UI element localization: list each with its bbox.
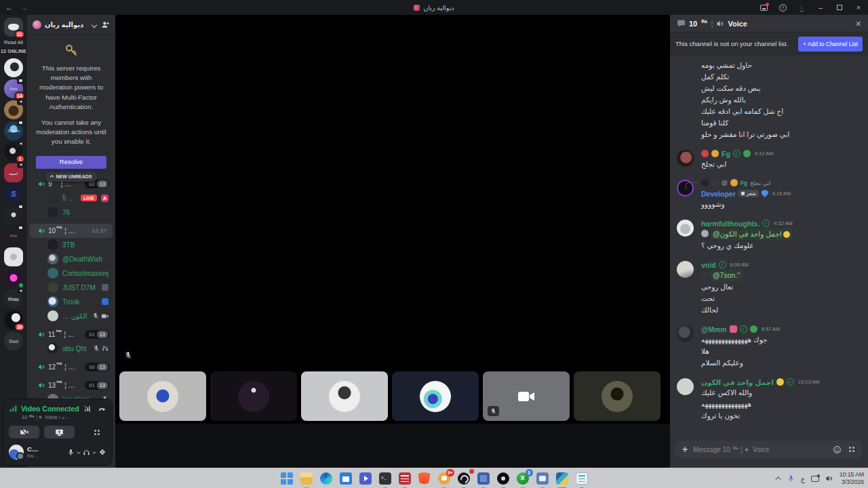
inbox-button[interactable]	[754, 0, 773, 15]
language-indicator[interactable]: ع	[801, 475, 805, 483]
reply-reference[interactable]: @ Fg ابي تجلخ	[701, 178, 863, 187]
taskbar-clock[interactable]: 10:15 AM 3/3/2026	[840, 471, 864, 486]
server-icon-moon[interactable]: 20	[4, 310, 23, 329]
server-icon-neon[interactable]	[4, 268, 23, 287]
start-button[interactable]	[279, 470, 295, 487]
taskbar-brave[interactable]	[416, 470, 433, 487]
add-to-channel-list-button[interactable]: + Add to Channel List	[798, 37, 863, 52]
taskbar-obs[interactable]	[456, 470, 472, 487]
server-icon-bird[interactable]: 1	[4, 142, 23, 161]
voice-channel-label[interactable]: 10Ra ¦ Voice / د…	[22, 414, 106, 420]
server-icon-unn[interactable]: Unn14	[4, 79, 23, 98]
user-mention[interactable]: @7son.''	[711, 270, 742, 281]
participant-tile[interactable]	[301, 371, 388, 421]
username[interactable]: اجمل واحد في الكون	[701, 378, 774, 386]
message-input[interactable]: + Message 10Ra ¦ Voice	[675, 441, 863, 458]
resolve-button[interactable]: Resolve	[36, 156, 106, 169]
tray-overflow-chevron[interactable]	[775, 476, 781, 482]
chevron-down-icon[interactable]	[92, 450, 96, 454]
participant-tile-camera[interactable]	[483, 371, 570, 421]
update-download-button[interactable]: ↓	[792, 0, 811, 15]
taskbar-blue-app[interactable]	[475, 470, 492, 487]
avatar[interactable]	[677, 378, 694, 395]
avatar[interactable]	[677, 325, 694, 342]
settings-gear-icon[interactable]	[98, 448, 106, 456]
taskbar-file-explorer[interactable]	[298, 470, 315, 487]
server-header[interactable]: ديوالية ريان	[27, 15, 115, 35]
close-chat-icon[interactable]: ×	[856, 18, 861, 29]
voice-channel-10-selected[interactable]: 10Ra ¦ … 12:27	[30, 224, 113, 238]
taskbar-photos[interactable]	[554, 470, 570, 487]
help-button[interactable]: ?	[773, 0, 792, 15]
headphones-icon[interactable]	[83, 449, 90, 456]
server-icon-calligraphy[interactable]	[4, 205, 23, 224]
attach-plus-icon[interactable]: +	[682, 444, 688, 455]
username[interactable]: void	[701, 261, 716, 269]
username[interactable]: Fg	[722, 150, 730, 158]
voice-member[interactable]: 76	[27, 205, 115, 220]
network-display-icon[interactable]	[811, 476, 819, 482]
chevron-down-icon[interactable]	[77, 450, 81, 454]
server-icon-s-logo[interactable]: S	[4, 184, 23, 203]
username[interactable]: harmfulthoughts.	[701, 220, 760, 228]
user-info[interactable]: C… Inv…	[27, 446, 64, 458]
taskbar-chat-app[interactable]: 9+	[436, 470, 452, 487]
server-icon-soul[interactable]: Soul	[4, 331, 23, 350]
server-icon-ocean[interactable]: Ocean	[4, 121, 23, 140]
avatar[interactable]	[677, 261, 694, 278]
taskbar-notes[interactable]	[574, 470, 590, 487]
voice-member[interactable]: 5 … LIVE A	[27, 191, 115, 205]
home-button[interactable]: 21	[4, 18, 23, 37]
server-icon-horse[interactable]	[4, 100, 23, 119]
voice-member[interactable]: Trook	[27, 295, 115, 309]
participant-tile[interactable]	[392, 371, 479, 421]
new-unreads-pill[interactable]: NEW UNREADS	[45, 172, 98, 182]
user-avatar[interactable]	[9, 445, 24, 460]
volume-icon[interactable]	[825, 474, 833, 483]
voice-channel-13[interactable]: 13Ra ¦ … 0113	[30, 378, 113, 392]
avatar[interactable]	[677, 220, 694, 237]
read-all-button[interactable]: Read All	[4, 39, 23, 45]
taskbar-xbox[interactable]: 3	[515, 470, 531, 487]
taskbar-media-app[interactable]	[357, 470, 374, 487]
taskbar-voicemeeter[interactable]	[397, 470, 413, 487]
server-icon-white[interactable]	[4, 247, 23, 266]
mic-icon[interactable]	[67, 449, 75, 456]
username[interactable]: @Mmm	[701, 325, 727, 333]
participant-tile[interactable]	[210, 371, 297, 421]
participant-tile[interactable]	[574, 371, 660, 421]
username[interactable]: Developer	[701, 190, 736, 198]
server-icon-reay[interactable]: Reay	[4, 289, 23, 308]
voice-connection-status[interactable]: Video Connected	[21, 405, 80, 413]
disconnect-call-icon[interactable]	[98, 404, 106, 413]
screen-share-button[interactable]	[44, 426, 75, 439]
taskbar-dark-app[interactable]	[495, 470, 511, 487]
noise-suppression-off-icon[interactable]	[83, 405, 92, 413]
apps-grid-icon[interactable]	[848, 445, 856, 453]
taskbar-terminal[interactable]	[377, 470, 393, 487]
voice-member[interactable]: JUST D7M .	[27, 281, 115, 295]
message-list[interactable]: حاول تمشي بومه تكلم كمل بنص دقه سكت ليش …	[670, 56, 868, 468]
taskbar-store[interactable]	[338, 470, 354, 487]
taskbar-edge[interactable]	[318, 470, 334, 487]
voice-stage[interactable]	[115, 15, 670, 468]
user-mention[interactable]: @اجمل واحد في الكون	[711, 228, 792, 240]
emoji-picker-icon[interactable]	[833, 445, 842, 454]
invite-people-icon[interactable]	[101, 20, 110, 29]
close-button[interactable]: ×	[849, 0, 868, 15]
avatar[interactable]	[677, 150, 694, 167]
voice-member[interactable]: … في الكون	[27, 309, 115, 323]
voice-channel-12[interactable]: 12Ra ¦ … 0013	[30, 360, 113, 374]
participant-tile[interactable]	[119, 371, 206, 421]
minimize-button[interactable]: –	[811, 0, 830, 15]
voice-member[interactable]: @DeathWish	[27, 252, 115, 266]
voice-member[interactable]: Cortisolmaxxing	[27, 266, 115, 281]
tray-mic-icon[interactable]	[787, 474, 795, 483]
voice-member[interactable]: 3TB	[27, 238, 115, 252]
taskbar-remote-app[interactable]	[534, 470, 551, 487]
server-icon-sbya[interactable]: سبيه!	[4, 163, 23, 182]
maximize-button[interactable]	[830, 0, 849, 15]
camera-off-button[interactable]	[9, 426, 39, 439]
voice-channel-11[interactable]: 11Ra ¦ … 0113	[30, 327, 113, 342]
activities-button[interactable]	[93, 428, 101, 436]
